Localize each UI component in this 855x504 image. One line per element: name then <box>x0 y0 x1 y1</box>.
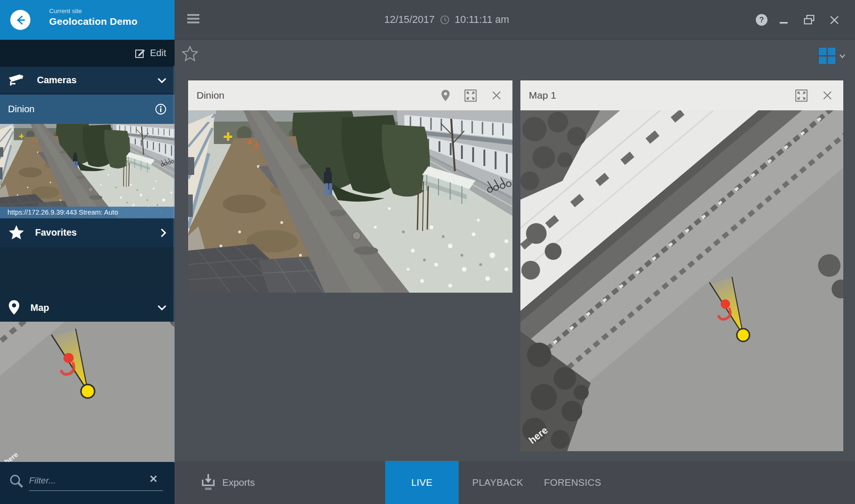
filter-input[interactable] <box>29 470 163 491</box>
close-icon <box>491 90 502 101</box>
map-view[interactable]: here <box>520 110 843 451</box>
chevron-down-icon <box>157 77 167 84</box>
favorites-label: Favorites <box>35 227 77 238</box>
main-content: Dinion <box>175 40 855 504</box>
camera-panel-title: Dinion <box>197 90 225 101</box>
camera-name: Dinion <box>8 104 35 115</box>
clock-icon <box>440 15 450 25</box>
search-icon <box>8 473 24 489</box>
camera-panel: Dinion <box>188 80 512 293</box>
expand-icon <box>464 89 477 102</box>
camera-thumbnail-image <box>0 124 175 218</box>
minimize-icon <box>779 15 789 25</box>
cctv-camera-icon <box>8 74 27 87</box>
date-text: 12/15/2017 <box>384 14 435 26</box>
camera-thumbnail[interactable]: https://172.26.9.39:443 Stream: Auto <box>0 124 175 218</box>
close-tile-button[interactable] <box>491 90 502 101</box>
expand-icon <box>795 89 808 102</box>
map-aerial-image <box>520 110 843 451</box>
camera-video-image <box>188 110 512 293</box>
layout-selector-button[interactable] <box>818 47 846 65</box>
camera-video[interactable] <box>188 110 512 293</box>
edit-label: Edit <box>150 48 166 58</box>
maximize-tile-button[interactable] <box>464 89 477 102</box>
star-outline-icon <box>182 46 198 62</box>
maximize-tile-button[interactable] <box>795 89 808 102</box>
camera-panel-header[interactable]: Dinion <box>188 80 512 110</box>
clear-filter-button[interactable] <box>149 474 158 483</box>
tab-playback[interactable]: PLAYBACK <box>461 461 534 504</box>
map-pin-icon <box>441 89 450 102</box>
exports-button[interactable]: Exports <box>201 461 255 504</box>
site-block: Current site Geolocation Demo <box>49 7 138 27</box>
chevron-down-icon <box>157 304 167 311</box>
site-header: Current site Geolocation Demo <box>0 0 175 40</box>
back-arrow-icon <box>15 14 27 26</box>
map-pin-icon <box>8 300 20 316</box>
bottom-bar: Exports LIVE PLAYBACK FORENSICS <box>175 461 855 504</box>
edit-row: Edit <box>0 40 175 66</box>
clear-x-icon <box>149 474 158 483</box>
close-tile-button[interactable] <box>822 90 833 101</box>
close-icon <box>829 14 840 26</box>
restore-button[interactable] <box>800 0 818 40</box>
edit-icon <box>135 48 146 59</box>
show-on-map-button[interactable] <box>441 89 450 102</box>
help-button[interactable]: ? <box>752 0 771 40</box>
edit-button[interactable]: Edit <box>135 48 166 59</box>
sidebar: Edit Cameras Dinion https://172.26.9.39:… <box>0 40 175 504</box>
site-name: Geolocation Demo <box>49 16 138 27</box>
time-text: 10:11:11 am <box>455 14 509 26</box>
sidebar-item-camera-dinion[interactable]: Dinion <box>0 94 175 124</box>
close-button[interactable] <box>825 0 844 40</box>
map-panel-title: Map 1 <box>529 90 556 101</box>
minimize-button[interactable] <box>775 0 793 40</box>
site-label: Current site <box>49 7 138 14</box>
sidebar-item-map[interactable]: Map <box>0 294 175 322</box>
info-icon[interactable] <box>155 103 167 115</box>
download-icon <box>201 473 216 492</box>
tab-live[interactable]: LIVE <box>385 461 459 504</box>
title-bar: 12/15/2017 10:11:11 am ? <box>175 0 855 40</box>
exports-label: Exports <box>222 477 255 488</box>
layout-grid-icon <box>818 47 836 65</box>
svg-text:?: ? <box>759 16 764 24</box>
chevron-down-icon <box>839 54 846 58</box>
chevron-right-icon <box>160 228 167 238</box>
map-panel-header[interactable]: Map 1 <box>520 80 843 110</box>
favorite-toggle-button[interactable] <box>182 46 198 62</box>
cameras-label: Cameras <box>37 75 77 86</box>
restore-icon <box>803 14 815 26</box>
filter-area <box>0 462 175 504</box>
menu-button[interactable] <box>187 14 200 25</box>
map-thumbnail[interactable]: here <box>0 322 175 462</box>
map-label: Map <box>30 302 49 313</box>
datetime: 12/15/2017 10:11:11 am <box>384 0 509 40</box>
sidebar-item-cameras[interactable]: Cameras <box>0 67 175 94</box>
back-button[interactable] <box>10 10 30 30</box>
help-icon: ? <box>755 14 768 26</box>
map-panel: Map 1 <box>520 80 843 451</box>
hamburger-icon <box>187 14 199 16</box>
map-thumbnail-image <box>0 322 175 462</box>
sidebar-spacer <box>0 247 175 294</box>
star-icon <box>8 225 25 241</box>
tab-forensics[interactable]: FORENSICS <box>536 461 609 504</box>
sidebar-item-favorites[interactable]: Favorites <box>0 218 175 247</box>
stream-info: https://172.26.9.39:443 Stream: Auto <box>0 207 175 218</box>
close-icon <box>822 90 833 101</box>
